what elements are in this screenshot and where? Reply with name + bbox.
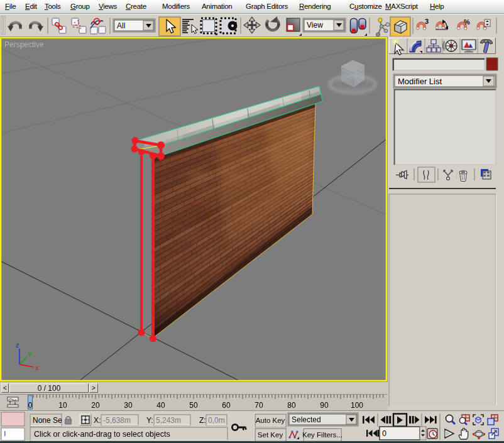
- svg-text:Set Key: Set Key: [258, 431, 283, 439]
- svg-text:50: 50: [189, 401, 198, 410]
- svg-text:100: 100: [351, 401, 363, 410]
- svg-text:30: 30: [124, 401, 133, 410]
- svg-text:0: 0: [28, 401, 33, 410]
- svg-text:60: 60: [222, 401, 231, 410]
- svg-text:70: 70: [255, 401, 263, 410]
- svg-text:-5,638m: -5,638m: [103, 416, 131, 425]
- svg-text:Z:: Z:: [199, 416, 206, 425]
- svg-text:All: All: [117, 21, 125, 30]
- svg-text:90: 90: [320, 401, 329, 410]
- svg-text:x: x: [35, 364, 39, 371]
- svg-text:Auto Key: Auto Key: [256, 417, 285, 424]
- svg-text:40: 40: [156, 401, 165, 410]
- svg-text:3: 3: [425, 18, 429, 25]
- svg-text:Perspective: Perspective: [4, 40, 44, 49]
- svg-text:View: View: [307, 21, 323, 30]
- svg-text:%: %: [464, 18, 470, 26]
- svg-text:z: z: [16, 341, 19, 349]
- svg-text:10: 10: [58, 401, 67, 410]
- svg-text:20: 20: [91, 401, 100, 410]
- svg-text:Y:: Y:: [146, 416, 153, 425]
- svg-text:Key Filters...: Key Filters...: [302, 431, 342, 439]
- svg-text:Modifier List: Modifier List: [398, 77, 442, 86]
- svg-text:Selected: Selected: [292, 415, 321, 424]
- svg-text:80: 80: [287, 401, 296, 410]
- svg-text:None Se: None Se: [33, 416, 62, 425]
- svg-text:Click or click-and-drag to sel: Click or click-and-drag to select object…: [34, 430, 170, 439]
- svg-text:0: 0: [382, 429, 386, 438]
- svg-text:X:: X:: [94, 416, 101, 425]
- svg-text:5,243m: 5,243m: [156, 416, 181, 425]
- svg-text:0,0m: 0,0m: [208, 416, 225, 425]
- svg-text:y: y: [28, 349, 32, 357]
